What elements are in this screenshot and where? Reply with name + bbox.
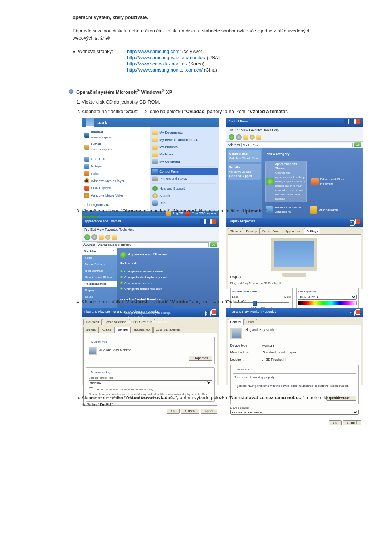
avatar-icon	[86, 118, 94, 127]
cancel-button[interactable]: Cancel	[181, 409, 199, 414]
menu-bar: File Edit View Favorites Tools Help	[226, 127, 363, 134]
monitor-icon	[89, 347, 97, 355]
link-sec-kr[interactable]: http://www.sec.co.kr/monitor/	[127, 61, 187, 66]
properties-button[interactable]: Properties	[189, 356, 212, 361]
control-panel-item[interactable]: Control Panel	[151, 168, 217, 175]
help-icon	[152, 186, 158, 191]
screenshot-appearance-themes: Appearance and Themes File Edit View Fav…	[82, 218, 219, 289]
address-input[interactable]	[241, 143, 353, 147]
back-icon	[84, 234, 90, 240]
step-3: Klepněte na ikonu "Obrazovka" a na kartě…	[82, 207, 363, 289]
folder-icon	[152, 130, 158, 135]
folder-icon	[152, 137, 158, 142]
ie-icon	[84, 133, 89, 138]
refresh-rate-select[interactable]: 60 Hertz	[89, 380, 212, 385]
monitor-preview-icon	[271, 238, 317, 271]
wmp-icon	[84, 178, 89, 183]
cancel-button[interactable]: Cancel	[343, 420, 361, 425]
link-samsung-cn[interactable]: http://www.samsungmonitor.com.cn/	[127, 67, 203, 73]
monitor-icon	[230, 328, 242, 339]
up-icon	[243, 135, 248, 140]
intro-text: Připravte si volnou disketu nebo určitou…	[73, 27, 319, 41]
printer-icon	[152, 176, 158, 181]
os-heading: Operační systém Microsoft® Windows® XP	[76, 88, 172, 95]
folder-icon	[152, 145, 158, 150]
tab-monitor[interactable]: Monitor	[115, 327, 131, 333]
forward-icon	[91, 234, 97, 240]
intro-heading: operační systém, který používáte.	[73, 15, 319, 20]
divider	[29, 81, 363, 81]
paint-icon	[84, 171, 89, 176]
apply-button[interactable]: Apply	[201, 409, 217, 414]
search-icon	[152, 193, 158, 198]
cat-appearance-themes[interactable]: Appearance and ThemesChange the appearan…	[266, 161, 306, 202]
screenshot-control-panel: Control Panel File Edit View Favorites T…	[226, 118, 363, 198]
screenshot-pnp-monitor-properties: Plug and Play Monitor Properties? Genera…	[226, 308, 363, 385]
folder-icon	[152, 152, 158, 157]
tab-general[interactable]: General	[228, 319, 244, 325]
link-suffix: (celý svět)	[182, 49, 204, 54]
screenshot-display-properties: Display Properties? Themes Desktop Scree…	[226, 218, 363, 289]
go-button[interactable]: Go	[354, 142, 361, 147]
pick-category-title: Pick a category	[266, 152, 359, 157]
cpanel-icon	[152, 169, 158, 174]
link-suffix: (Čína)	[204, 67, 217, 73]
back-icon	[229, 134, 234, 140]
search-icon	[250, 135, 255, 140]
mail-icon	[84, 145, 89, 150]
run-icon	[152, 200, 158, 206]
notepad-icon	[84, 164, 89, 169]
app-icon	[84, 157, 89, 162]
link-samsung-usa[interactable]: http://www.samsungusa.com/monitor/	[127, 55, 205, 60]
step-1: Vložte disk CD do jednotky CD-ROM.	[82, 98, 363, 106]
ok-button[interactable]: OK	[329, 420, 342, 425]
step-4: Klepněte na tlačítko "Vlastnosti" na kar…	[82, 298, 363, 385]
ok-button[interactable]: OK	[167, 409, 180, 414]
link-suffix: (Korea)	[189, 61, 204, 66]
step-2: Klepněte na tlačítko "Start" —>, dále na…	[82, 108, 363, 199]
username: park	[97, 119, 107, 126]
web-links-label: ● Webové stránky:	[73, 49, 127, 73]
link-samsung[interactable]: http://www.samsung.com/	[127, 49, 181, 54]
forward-icon	[236, 134, 242, 140]
hide-modes-check[interactable]	[89, 387, 93, 392]
window-controls	[343, 119, 360, 126]
link-suffix: (USA)	[207, 55, 220, 60]
screenshot-start-menu: park InternetInternet Explorer E-mailOut…	[82, 118, 219, 198]
folders-icon	[256, 135, 261, 140]
address-input[interactable]	[97, 242, 209, 247]
tab-driver[interactable]: Driver	[244, 319, 257, 325]
device-usage-select[interactable]: Use this device (enable)	[230, 410, 359, 415]
tab-settings[interactable]: Settings	[304, 228, 320, 234]
msn-icon	[84, 186, 89, 191]
color-quality-select[interactable]: Highest (32 bit)	[298, 295, 357, 300]
resolution-slider[interactable]	[234, 302, 290, 303]
computer-icon	[152, 159, 158, 164]
color-bar-icon	[298, 301, 357, 305]
wmm-icon	[84, 193, 89, 198]
bullet-icon	[69, 89, 73, 94]
screenshot-monitor-adapter-properties: Plug and Play Monitor and 3D Prophet III…	[82, 308, 219, 385]
